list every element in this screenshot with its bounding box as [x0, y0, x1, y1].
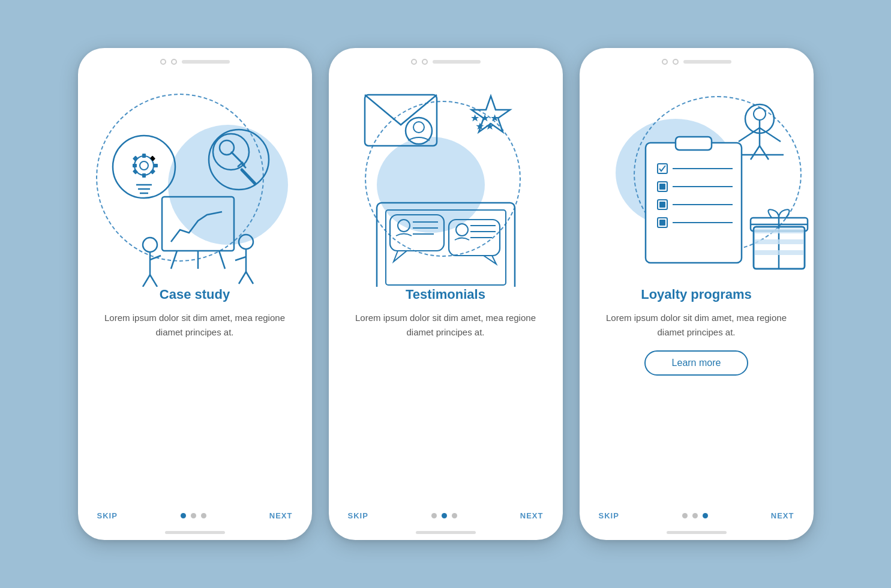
svg-line-66: [751, 146, 760, 160]
phone-bottom-2: SKIP NEXT: [329, 511, 563, 531]
svg-line-34: [246, 272, 253, 284]
svg-line-67: [760, 146, 769, 160]
svg-line-32: [235, 257, 246, 260]
svg-line-33: [239, 272, 246, 284]
status-circle-1: [160, 59, 166, 65]
dot-2-2: [442, 513, 447, 518]
svg-line-20: [242, 170, 255, 184]
home-indicator-1: [165, 531, 225, 534]
status-circle-2: [171, 59, 177, 65]
phone-bottom-1: SKIP NEXT: [78, 511, 312, 531]
phone-content-2: Testimonials Lorem ipsum dolor sit dim a…: [329, 287, 563, 511]
status-circle-5: [662, 59, 668, 65]
phone-content-1: Case study Lorem ipsum dolor sit dim ame…: [78, 287, 312, 511]
status-circle-3: [411, 59, 417, 65]
testimonials-description: Lorem ipsum dolor sit dim amet, mea regi…: [348, 311, 544, 340]
case-study-title: Case study: [160, 287, 230, 302]
svg-rect-70: [676, 137, 712, 150]
dot-3-3: [703, 513, 708, 518]
home-indicator-2: [416, 531, 476, 534]
svg-rect-49: [390, 215, 444, 251]
svg-line-17: [231, 152, 245, 166]
svg-line-29: [150, 275, 157, 287]
svg-rect-8: [154, 164, 158, 167]
svg-point-25: [143, 238, 157, 252]
status-circle-6: [673, 59, 679, 65]
svg-marker-42: [491, 115, 499, 122]
svg-line-28: [143, 275, 150, 287]
svg-rect-7: [142, 173, 146, 178]
skip-button-1[interactable]: SKIP: [97, 511, 118, 520]
status-line-1: [182, 60, 230, 64]
svg-rect-46: [386, 210, 506, 285]
svg-point-51: [398, 220, 410, 232]
svg-rect-9: [133, 164, 137, 167]
dot-1-1: [181, 513, 186, 518]
loyalty-title: Loyalty programs: [641, 287, 752, 302]
status-circle-4: [422, 59, 428, 65]
phone-case-study: Case study Lorem ipsum dolor sit dim ame…: [78, 48, 312, 540]
case-study-svg: [78, 71, 312, 287]
dots-1: [181, 513, 206, 518]
status-line-3: [683, 60, 731, 64]
testimonials-title: Testimonials: [406, 287, 485, 302]
svg-rect-6: [142, 154, 146, 158]
svg-line-65: [760, 128, 781, 142]
dot-3-1: [682, 513, 688, 518]
svg-point-57: [456, 224, 468, 236]
svg-marker-56: [484, 256, 496, 264]
dot-1-3: [201, 513, 206, 518]
svg-point-5: [140, 161, 148, 170]
dot-2-3: [452, 513, 457, 518]
next-button-3[interactable]: NEXT: [771, 511, 794, 520]
svg-rect-77: [659, 202, 665, 208]
status-bar-2: [329, 48, 563, 65]
svg-line-22: [171, 251, 177, 269]
illustration-loyalty: [580, 71, 814, 287]
svg-rect-74: [659, 184, 665, 190]
phone-loyalty: Loyalty programs Lorem ipsum dolor sit d…: [580, 48, 814, 540]
next-button-2[interactable]: NEXT: [520, 511, 544, 520]
loyalty-description: Lorem ipsum dolor sit dim amet, mea regi…: [599, 311, 794, 340]
dots-3: [682, 513, 708, 518]
svg-line-64: [739, 128, 760, 142]
status-line-2: [433, 60, 481, 64]
svg-rect-12: [149, 169, 155, 174]
dot-2-1: [431, 513, 437, 518]
svg-marker-44: [485, 122, 493, 130]
svg-point-38: [461, 95, 521, 155]
phone-bottom-3: SKIP NEXT: [580, 511, 814, 531]
loyalty-svg: [580, 71, 814, 287]
learn-more-button[interactable]: Learn more: [644, 350, 749, 376]
svg-point-30: [239, 235, 253, 249]
dots-2: [431, 513, 457, 518]
phones-container: Case study Lorem ipsum dolor sit dim ame…: [78, 48, 814, 540]
home-indicator-3: [667, 531, 727, 534]
dot-1-2: [191, 513, 196, 518]
skip-button-2[interactable]: SKIP: [348, 511, 368, 520]
illustration-case-study: [78, 71, 312, 287]
svg-rect-21: [162, 197, 234, 251]
svg-marker-50: [394, 251, 407, 262]
illustration-testimonials: [329, 71, 563, 287]
svg-rect-10: [149, 155, 155, 161]
svg-line-27: [150, 256, 161, 260]
svg-line-23: [219, 251, 225, 269]
status-bar-1: [78, 48, 312, 65]
phone-content-3: Loyalty programs Lorem ipsum dolor sit d…: [580, 287, 814, 511]
skip-button-3[interactable]: SKIP: [599, 511, 619, 520]
svg-rect-80: [659, 220, 665, 226]
phone-testimonials: Testimonials Lorem ipsum dolor sit dim a…: [329, 48, 563, 540]
svg-rect-11: [132, 169, 137, 174]
case-study-description: Lorem ipsum dolor sit dim amet, mea regi…: [97, 311, 293, 340]
dot-3-2: [692, 513, 698, 518]
svg-rect-13: [132, 155, 137, 161]
status-bar-3: [580, 48, 814, 65]
svg-point-62: [754, 108, 766, 120]
testimonials-svg: [329, 71, 563, 287]
next-button-1[interactable]: NEXT: [269, 511, 293, 520]
svg-marker-40: [471, 115, 479, 122]
